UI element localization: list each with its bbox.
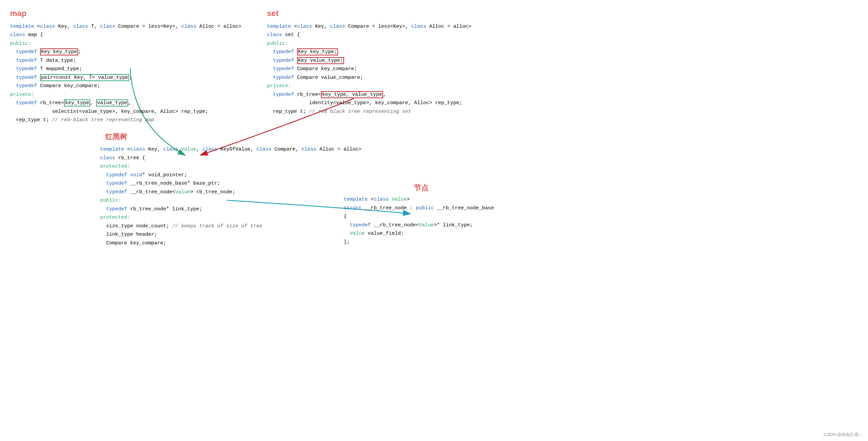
map-section: map template <class Key, class T, class …	[10, 7, 241, 124]
map-title: map	[10, 7, 241, 20]
node-label: 节点	[414, 183, 429, 193]
watermark: CSDN @命由己造~	[824, 432, 861, 438]
rbtree-label: 红黑树	[105, 132, 127, 142]
rbtree-section: template <class Key, class Value, class …	[100, 145, 362, 247]
set-section: set template <class Key, class Compare =…	[267, 7, 471, 116]
set-title: set	[267, 7, 471, 20]
node-section: template <class Value> struct __rb_tree_…	[344, 195, 494, 246]
main-container: map template <class Key, class T, class …	[0, 0, 868, 441]
